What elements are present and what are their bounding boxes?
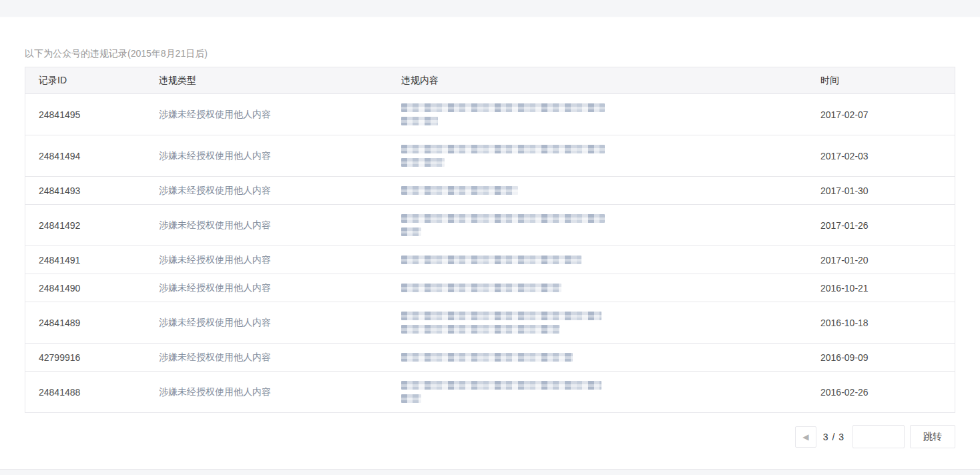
time-cell: 2017-01-20 (807, 255, 955, 266)
previous-page-icon: ◀ (802, 433, 808, 441)
violation-content-cell (388, 246, 807, 274)
table-row: 24841494 涉嫌未经授权使用他人内容 2017-02-03 (25, 135, 955, 176)
bottom-bar (0, 469, 980, 475)
violation-type-cell: 涉嫌未经授权使用他人内容 (146, 185, 388, 197)
page-jump-input[interactable] (852, 425, 905, 448)
violation-type-cell: 涉嫌未经授权使用他人内容 (146, 109, 388, 121)
redacted-content-line (401, 214, 605, 223)
page-indicator: 3 / 3 (823, 432, 844, 442)
violation-content-cell (388, 274, 807, 302)
table-row: 24841493 涉嫌未经授权使用他人内容 2017-01-30 (25, 176, 955, 204)
time-cell: 2017-01-30 (807, 185, 955, 196)
violation-content-cell (388, 94, 807, 135)
record-id-cell: 24841494 (25, 151, 146, 161)
violation-records-table: 记录ID 违规类型 违规内容 时间 24841495 涉嫌未经授权使用他人内容 … (25, 67, 955, 413)
table-row: 42799916 涉嫌未经授权使用他人内容 2016-09-09 (25, 343, 955, 371)
column-header-violation-content: 违规内容 (388, 75, 807, 87)
violation-content-cell (388, 302, 807, 343)
time-cell: 2016-10-18 (807, 318, 955, 328)
record-id-cell: 24841491 (25, 255, 146, 266)
pagination: ◀ 3 / 3 跳转 (25, 425, 955, 448)
main-content: 以下为公众号的违规记录(2015年8月21日后) 记录ID 违规类型 违规内容 … (0, 17, 980, 448)
redacted-content-line (401, 227, 421, 236)
column-header-time: 时间 (807, 75, 955, 87)
record-id-cell: 24841493 (25, 185, 146, 196)
violation-content-cell (388, 135, 807, 176)
column-header-record-id: 记录ID (25, 75, 146, 87)
table-row: 24841491 涉嫌未经授权使用他人内容 2017-01-20 (25, 246, 955, 274)
redacted-content-line (401, 353, 573, 362)
redacted-content-line (401, 158, 445, 167)
table-header-row: 记录ID 违规类型 违规内容 时间 (25, 67, 955, 93)
table-row: 24841495 涉嫌未经授权使用他人内容 2017-02-07 (25, 93, 955, 135)
table-row: 24841488 涉嫌未经授权使用他人内容 2016-02-26 (25, 371, 955, 412)
redacted-content-line (401, 394, 421, 403)
violation-content-cell (388, 205, 807, 246)
table-row: 24841492 涉嫌未经授权使用他人内容 2017-01-26 (25, 204, 955, 246)
redacted-content-line (401, 145, 605, 153)
redacted-content-line (401, 381, 601, 390)
redacted-content-line (401, 312, 601, 320)
violation-type-cell: 涉嫌未经授权使用他人内容 (146, 317, 388, 329)
record-id-cell: 24841495 (25, 109, 146, 120)
redacted-content-line (401, 117, 438, 125)
violation-type-cell: 涉嫌未经授权使用他人内容 (146, 219, 388, 231)
table-row: 24841489 涉嫌未经授权使用他人内容 2016-10-18 (25, 302, 955, 343)
violation-content-cell (388, 177, 807, 204)
time-cell: 2017-02-03 (807, 151, 955, 161)
violation-type-cell: 涉嫌未经授权使用他人内容 (146, 150, 388, 162)
redacted-content-line (401, 256, 581, 264)
table-row: 24841490 涉嫌未经授权使用他人内容 2016-10-21 (25, 274, 955, 302)
redacted-content-line (401, 186, 518, 195)
time-cell: 2016-02-26 (807, 387, 955, 398)
time-cell: 2016-09-09 (807, 352, 955, 363)
violation-type-cell: 涉嫌未经授权使用他人内容 (146, 386, 388, 398)
time-cell: 2017-01-26 (807, 220, 955, 231)
record-id-cell: 24841489 (25, 318, 146, 328)
violation-type-cell: 涉嫌未经授权使用他人内容 (146, 282, 388, 294)
record-id-cell: 24841492 (25, 220, 146, 231)
violation-type-cell: 涉嫌未经授权使用他人内容 (146, 254, 388, 266)
page-title: 以下为公众号的违规记录(2015年8月21日后) (25, 47, 955, 60)
top-bar (0, 0, 980, 17)
page-jump-button[interactable]: 跳转 (910, 425, 955, 448)
redacted-content-line (401, 325, 560, 334)
record-id-cell: 42799916 (25, 352, 146, 363)
record-id-cell: 24841488 (25, 387, 146, 398)
redacted-content-line (401, 284, 561, 292)
violation-type-cell: 涉嫌未经授权使用他人内容 (146, 352, 388, 364)
redacted-content-line (401, 103, 605, 112)
previous-page-button[interactable]: ◀ (795, 426, 816, 448)
time-cell: 2017-02-07 (807, 109, 955, 120)
violation-content-cell (388, 344, 807, 371)
table-body: 24841495 涉嫌未经授权使用他人内容 2017-02-07 2484149… (25, 93, 955, 412)
violation-content-cell (388, 372, 807, 412)
record-id-cell: 24841490 (25, 283, 146, 294)
column-header-violation-type: 违规类型 (146, 75, 388, 87)
time-cell: 2016-10-21 (807, 283, 955, 294)
